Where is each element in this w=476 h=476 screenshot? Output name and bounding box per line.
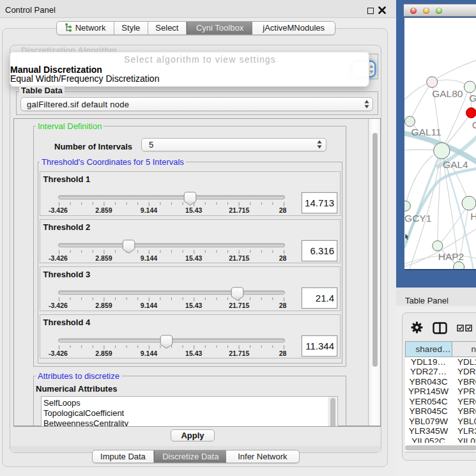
svg-text:28: 28 [279, 302, 286, 309]
svg-text:9.144: 9.144 [140, 349, 157, 357]
svg-text:GAL80: GAL80 [432, 88, 463, 99]
svg-text:15.43: 15.43 [185, 302, 202, 309]
svg-text:GAL4: GAL4 [443, 159, 468, 170]
svg-text:-3.426: -3.426 [49, 349, 68, 357]
svg-text:21.715: 21.715 [229, 206, 249, 214]
svg-text:9.144: 9.144 [140, 302, 157, 309]
svg-text:28: 28 [279, 206, 286, 214]
svg-text:21.715: 21.715 [229, 349, 249, 357]
svg-text:HAP2: HAP2 [438, 251, 464, 262]
svg-text:H: H [470, 211, 476, 222]
svg-text:C: C [472, 119, 476, 130]
svg-text:-3.426: -3.426 [49, 302, 68, 309]
svg-text:15.43: 15.43 [185, 254, 202, 262]
svg-text:-3.426: -3.426 [49, 254, 68, 262]
svg-text:2.859: 2.859 [95, 302, 112, 309]
svg-text:GAL11: GAL11 [411, 127, 441, 137]
svg-text:21.715: 21.715 [229, 302, 249, 309]
svg-text:GCY1: GCY1 [404, 213, 431, 224]
svg-text:21.715: 21.715 [229, 254, 249, 262]
svg-text:15.43: 15.43 [185, 349, 202, 357]
svg-text:28: 28 [279, 254, 286, 262]
svg-text:15.43: 15.43 [185, 206, 202, 214]
svg-text:2.859: 2.859 [95, 254, 112, 262]
svg-text:2.859: 2.859 [95, 349, 112, 357]
svg-text:GAL: GAL [469, 93, 476, 104]
svg-text:9.144: 9.144 [140, 206, 157, 214]
svg-text:2.859: 2.859 [95, 206, 112, 214]
svg-text:28: 28 [279, 349, 286, 357]
svg-text:-3.426: -3.426 [49, 206, 68, 214]
svg-text:9.144: 9.144 [140, 254, 157, 262]
